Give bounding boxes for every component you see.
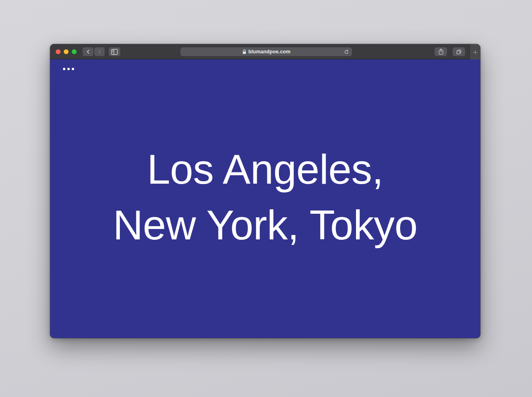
window-controls [56,49,77,54]
minimize-button[interactable] [64,49,69,54]
tab-overview-button[interactable] [453,47,465,56]
forward-button[interactable] [94,47,105,56]
lock-icon [242,49,247,55]
dot-icon [63,68,65,70]
hero-heading-link[interactable]: Los Angeles, New York, Tokyo [113,142,417,256]
heading-line-1: Los Angeles, [113,142,417,197]
address-url: blumandpoe.com [249,49,291,55]
browser-toolbar: blumandpoe.com [50,44,480,59]
share-icon [438,49,444,55]
back-button[interactable] [83,47,93,56]
heading-line-2: New York, Tokyo [113,197,417,253]
chevron-right-icon [97,49,102,55]
dot-icon [72,68,74,70]
plus-icon [472,49,478,57]
share-button[interactable] [435,47,447,56]
sidebar-icon [111,49,118,55]
new-tab-button[interactable] [469,44,480,59]
dot-icon [67,68,70,70]
close-button[interactable] [56,49,61,54]
chevron-left-icon [85,49,91,55]
zoom-button[interactable] [72,49,77,54]
page-content: Los Angeles, New York, Tokyo [50,59,480,338]
address-bar[interactable]: blumandpoe.com [180,47,352,56]
page-menu-button[interactable] [63,68,74,70]
sidebar-toggle-button[interactable] [109,47,120,56]
tab-overview-icon [456,49,462,55]
reload-button[interactable] [343,48,350,55]
browser-window: blumandpoe.com [50,44,480,338]
